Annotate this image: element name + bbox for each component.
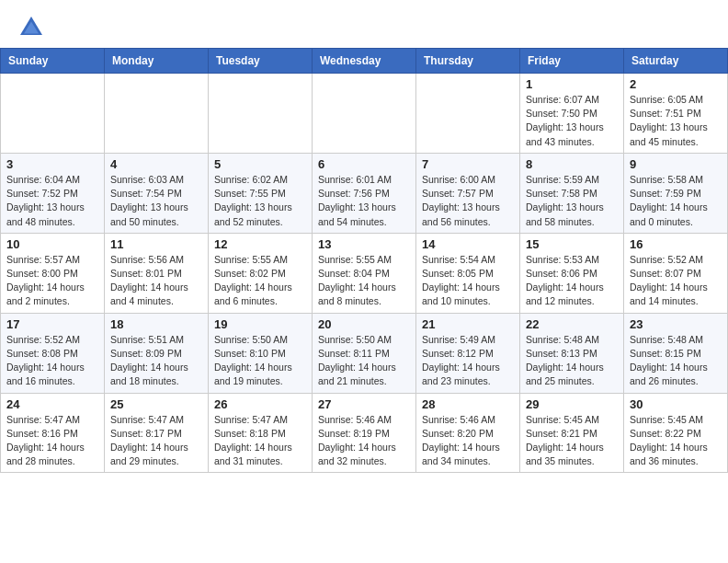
day-info: Sunrise: 5:47 AMSunset: 8:16 PMDaylight:… (6, 413, 98, 469)
calendar-cell: 18Sunrise: 5:51 AMSunset: 8:09 PMDayligh… (105, 313, 209, 393)
calendar-cell: 29Sunrise: 5:45 AMSunset: 8:21 PMDayligh… (520, 393, 624, 473)
day-number: 25 (110, 397, 202, 411)
calendar-cell (416, 74, 520, 154)
calendar-week-3: 10Sunrise: 5:57 AMSunset: 8:00 PMDayligh… (1, 233, 728, 313)
day-info: Sunrise: 5:57 AMSunset: 8:00 PMDaylight:… (6, 253, 98, 309)
calendar-week-1: 1Sunrise: 6:07 AMSunset: 7:50 PMDaylight… (1, 74, 728, 154)
day-number: 2 (630, 77, 722, 91)
day-number: 12 (214, 237, 306, 251)
calendar-cell: 5Sunrise: 6:02 AMSunset: 7:55 PMDaylight… (209, 153, 313, 233)
day-info: Sunrise: 5:52 AMSunset: 8:08 PMDaylight:… (6, 333, 98, 389)
day-info: Sunrise: 5:46 AMSunset: 8:19 PMDaylight:… (318, 413, 410, 469)
day-info: Sunrise: 5:54 AMSunset: 8:05 PMDaylight:… (422, 253, 514, 309)
day-number: 9 (630, 157, 722, 171)
day-info: Sunrise: 6:02 AMSunset: 7:55 PMDaylight:… (214, 173, 306, 229)
calendar-cell: 26Sunrise: 5:47 AMSunset: 8:18 PMDayligh… (209, 393, 313, 473)
calendar-table: SundayMondayTuesdayWednesdayThursdayFrid… (0, 48, 728, 473)
calendar-cell: 28Sunrise: 5:46 AMSunset: 8:20 PMDayligh… (416, 393, 520, 473)
day-info: Sunrise: 5:53 AMSunset: 8:06 PMDaylight:… (526, 253, 618, 309)
calendar-cell: 23Sunrise: 5:48 AMSunset: 8:15 PMDayligh… (624, 313, 728, 393)
calendar-cell: 6Sunrise: 6:01 AMSunset: 7:56 PMDaylight… (313, 153, 416, 233)
calendar-cell: 2Sunrise: 6:05 AMSunset: 7:51 PMDaylight… (624, 74, 728, 154)
calendar-cell: 3Sunrise: 6:04 AMSunset: 7:52 PMDaylight… (1, 153, 105, 233)
day-info: Sunrise: 5:55 AMSunset: 8:02 PMDaylight:… (214, 253, 306, 309)
day-number: 4 (110, 157, 202, 171)
day-number: 27 (318, 397, 410, 411)
day-number: 17 (6, 317, 98, 331)
calendar-cell: 24Sunrise: 5:47 AMSunset: 8:16 PMDayligh… (1, 393, 105, 473)
col-header-thursday: Thursday (416, 49, 520, 74)
logo (17, 13, 50, 42)
day-number: 7 (422, 157, 514, 171)
calendar-cell: 11Sunrise: 5:56 AMSunset: 8:01 PMDayligh… (105, 233, 209, 313)
col-header-monday: Monday (105, 49, 209, 74)
col-header-saturday: Saturday (624, 49, 728, 74)
calendar-cell (209, 74, 313, 154)
calendar-cell: 14Sunrise: 5:54 AMSunset: 8:05 PMDayligh… (416, 233, 520, 313)
day-info: Sunrise: 6:03 AMSunset: 7:54 PMDaylight:… (110, 173, 202, 229)
day-info: Sunrise: 5:48 AMSunset: 8:13 PMDaylight:… (526, 333, 618, 389)
calendar-cell: 9Sunrise: 5:58 AMSunset: 7:59 PMDaylight… (624, 153, 728, 233)
day-info: Sunrise: 5:55 AMSunset: 8:04 PMDaylight:… (318, 253, 410, 309)
calendar-cell: 1Sunrise: 6:07 AMSunset: 7:50 PMDaylight… (520, 74, 624, 154)
day-number: 13 (318, 237, 410, 251)
day-number: 10 (6, 237, 98, 251)
day-info: Sunrise: 5:59 AMSunset: 7:58 PMDaylight:… (526, 173, 618, 229)
calendar-cell: 8Sunrise: 5:59 AMSunset: 7:58 PMDaylight… (520, 153, 624, 233)
calendar-week-2: 3Sunrise: 6:04 AMSunset: 7:52 PMDaylight… (1, 153, 728, 233)
calendar-cell: 13Sunrise: 5:55 AMSunset: 8:04 PMDayligh… (313, 233, 416, 313)
day-info: Sunrise: 5:50 AMSunset: 8:10 PMDaylight:… (214, 333, 306, 389)
calendar-cell: 10Sunrise: 5:57 AMSunset: 8:00 PMDayligh… (1, 233, 105, 313)
calendar-header-row: SundayMondayTuesdayWednesdayThursdayFrid… (1, 49, 728, 74)
calendar-cell: 20Sunrise: 5:50 AMSunset: 8:11 PMDayligh… (313, 313, 416, 393)
day-info: Sunrise: 6:04 AMSunset: 7:52 PMDaylight:… (6, 173, 98, 229)
col-header-tuesday: Tuesday (209, 49, 313, 74)
col-header-friday: Friday (520, 49, 624, 74)
day-number: 22 (526, 317, 618, 331)
day-info: Sunrise: 6:01 AMSunset: 7:56 PMDaylight:… (318, 173, 410, 229)
calendar-cell (105, 74, 209, 154)
day-number: 30 (630, 397, 722, 411)
calendar-cell: 7Sunrise: 6:00 AMSunset: 7:57 PMDaylight… (416, 153, 520, 233)
calendar-week-4: 17Sunrise: 5:52 AMSunset: 8:08 PMDayligh… (1, 313, 728, 393)
day-info: Sunrise: 5:52 AMSunset: 8:07 PMDaylight:… (630, 253, 722, 309)
day-number: 15 (526, 237, 618, 251)
col-header-sunday: Sunday (1, 49, 105, 74)
day-number: 19 (214, 317, 306, 331)
day-number: 6 (318, 157, 410, 171)
day-info: Sunrise: 6:05 AMSunset: 7:51 PMDaylight:… (630, 93, 722, 149)
day-number: 18 (110, 317, 202, 331)
day-info: Sunrise: 5:48 AMSunset: 8:15 PMDaylight:… (630, 333, 722, 389)
calendar-cell: 12Sunrise: 5:55 AMSunset: 8:02 PMDayligh… (209, 233, 313, 313)
day-info: Sunrise: 5:51 AMSunset: 8:09 PMDaylight:… (110, 333, 202, 389)
calendar-cell (1, 74, 105, 154)
day-info: Sunrise: 5:49 AMSunset: 8:12 PMDaylight:… (422, 333, 514, 389)
day-number: 21 (422, 317, 514, 331)
day-info: Sunrise: 5:50 AMSunset: 8:11 PMDaylight:… (318, 333, 410, 389)
day-info: Sunrise: 5:47 AMSunset: 8:18 PMDaylight:… (214, 413, 306, 469)
calendar-cell: 19Sunrise: 5:50 AMSunset: 8:10 PMDayligh… (209, 313, 313, 393)
calendar-cell: 4Sunrise: 6:03 AMSunset: 7:54 PMDaylight… (105, 153, 209, 233)
day-info: Sunrise: 5:45 AMSunset: 8:21 PMDaylight:… (526, 413, 618, 469)
day-number: 14 (422, 237, 514, 251)
day-info: Sunrise: 5:46 AMSunset: 8:20 PMDaylight:… (422, 413, 514, 469)
day-info: Sunrise: 5:58 AMSunset: 7:59 PMDaylight:… (630, 173, 722, 229)
calendar-cell: 25Sunrise: 5:47 AMSunset: 8:17 PMDayligh… (105, 393, 209, 473)
day-info: Sunrise: 6:07 AMSunset: 7:50 PMDaylight:… (526, 93, 618, 149)
header (0, 0, 728, 48)
day-number: 8 (526, 157, 618, 171)
calendar-cell: 30Sunrise: 5:45 AMSunset: 8:22 PMDayligh… (624, 393, 728, 473)
day-info: Sunrise: 6:00 AMSunset: 7:57 PMDaylight:… (422, 173, 514, 229)
calendar-cell: 17Sunrise: 5:52 AMSunset: 8:08 PMDayligh… (1, 313, 105, 393)
calendar-week-5: 24Sunrise: 5:47 AMSunset: 8:16 PMDayligh… (1, 393, 728, 473)
day-number: 29 (526, 397, 618, 411)
day-number: 24 (6, 397, 98, 411)
logo-icon (17, 13, 46, 42)
calendar-cell: 16Sunrise: 5:52 AMSunset: 8:07 PMDayligh… (624, 233, 728, 313)
day-number: 20 (318, 317, 410, 331)
page: SundayMondayTuesdayWednesdayThursdayFrid… (0, 0, 728, 473)
day-info: Sunrise: 5:45 AMSunset: 8:22 PMDaylight:… (630, 413, 722, 469)
day-number: 23 (630, 317, 722, 331)
calendar-cell: 15Sunrise: 5:53 AMSunset: 8:06 PMDayligh… (520, 233, 624, 313)
calendar-cell (313, 74, 416, 154)
